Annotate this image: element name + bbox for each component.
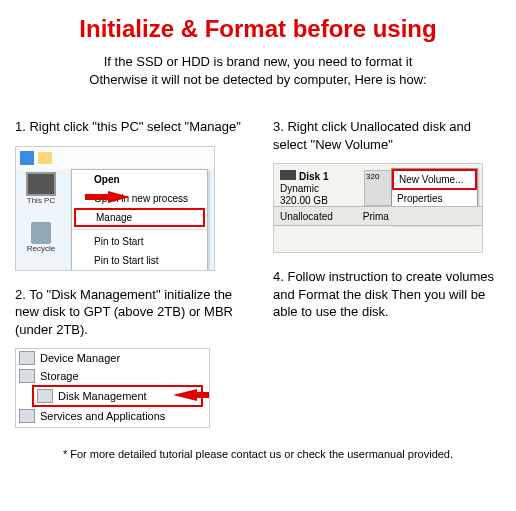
window-icon [20,151,34,165]
recycle-bin-icon[interactable]: Recycle [24,222,58,253]
tree-device-manager[interactable]: Device Manager [16,349,209,367]
menu-open[interactable]: Open [72,170,207,189]
red-arrow-icon [108,191,130,203]
left-column: 1. Right click "this PC" select "Manage"… [15,118,243,348]
menu-manage[interactable]: Manage [74,208,205,227]
step1-text: 1. Right click "this PC" select "Manage" [15,118,243,136]
device-manager-label: Device Manager [40,352,120,364]
unallocated-label: Unallocated [280,211,333,222]
red-arrow-icon [173,389,197,401]
this-pc-icon[interactable]: This PC [24,172,58,210]
step4-text: 4. Follow instruction to create volumes … [273,268,501,321]
disk-size: 320.00 GB [280,195,328,206]
services-label: Services and Applications [40,410,165,422]
allocation-row: Unallocated Prima [274,206,482,226]
context-menu: Open Open in new process Manage Pin to S… [71,169,208,271]
menu-pin-start-list[interactable]: Pin to Start list [72,251,207,270]
device-manager-icon [19,351,35,365]
subtitle: If the SSD or HDD is brand new, you need… [15,53,501,88]
disk-icon [280,170,296,180]
disk-type: Dynamic [280,183,319,194]
screenshot-disk-management: Disk 1 Dynamic 320.00 GB Online 320 New … [273,163,483,253]
services-icon [19,409,35,423]
menu-separator [72,229,207,230]
storage-label: Storage [40,370,79,382]
step2-text: 2. To "Disk Management" initialize the n… [15,286,243,339]
step3-text: 3. Right click Unallocated disk and sele… [273,118,501,153]
menu-pin-start[interactable]: Pin to Start [72,232,207,251]
page-title: Initialize & Format before using [15,15,501,43]
footnote: * For more detailed tutorial please cont… [15,448,501,460]
this-pc-label: This PC [27,196,55,205]
disk-management-label: Disk Management [58,390,147,402]
tree-storage[interactable]: Storage [16,367,209,385]
subtitle-line2: Otherwise it will not be detected by com… [89,72,426,87]
menu-properties[interactable]: Properties [392,190,477,207]
tree-services[interactable]: Services and Applications [16,407,209,425]
storage-icon [19,369,35,383]
disk-name: Disk 1 [299,171,328,182]
folder-icon [38,152,52,164]
recycle-label: Recycle [27,244,55,253]
taskbar [16,147,214,169]
right-column: 3. Right click Unallocated disk and sele… [273,118,501,348]
screenshot-management-tree: Device Manager Storage Disk Management S… [15,348,210,428]
menu-new-volume[interactable]: New Volume... [392,169,477,190]
disk-management-icon [37,389,53,403]
primary-label: Prima [363,211,389,222]
screenshot-this-pc-menu: This PC Recycle Open Open in new process… [15,146,215,271]
subtitle-line1: If the SSD or HDD is brand new, you need… [104,54,413,69]
